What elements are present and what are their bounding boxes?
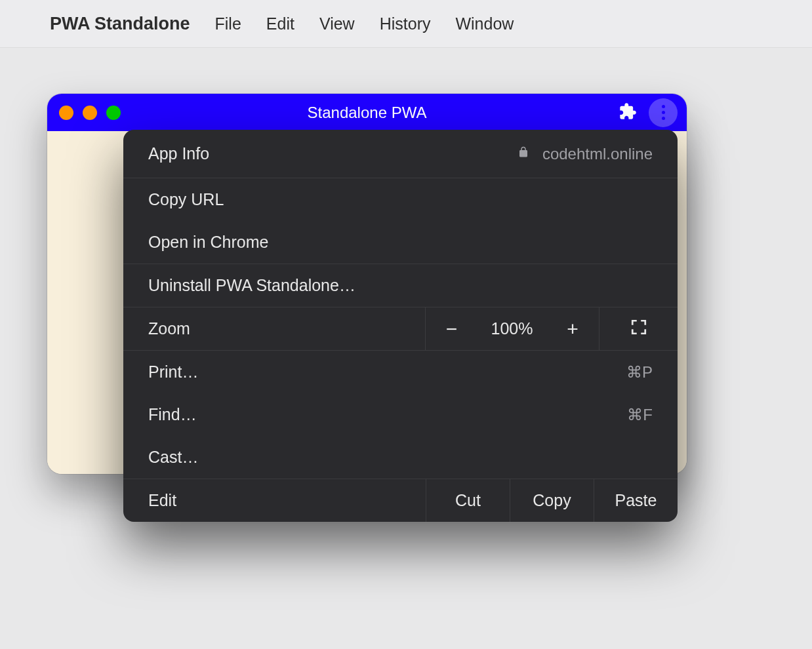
- zoom-label: Zoom: [148, 319, 190, 338]
- close-button[interactable]: [59, 106, 73, 120]
- menubar-item-edit[interactable]: Edit: [266, 14, 294, 33]
- menu-item-open-in-chrome[interactable]: Open in Chrome: [123, 221, 678, 264]
- menubar-item-view[interactable]: View: [319, 14, 355, 33]
- lock-icon: [518, 145, 529, 163]
- menubar-item-file[interactable]: File: [215, 14, 241, 33]
- menu-item-copy-url[interactable]: Copy URL: [123, 178, 678, 221]
- zoom-percent: 100%: [477, 307, 546, 350]
- window-titlebar: Standalone PWA: [47, 94, 687, 131]
- find-shortcut: ⌘F: [627, 406, 653, 424]
- menu-item-uninstall[interactable]: Uninstall PWA Standalone…: [123, 264, 678, 307]
- window-title: Standalone PWA: [308, 104, 427, 122]
- more-menu-button[interactable]: [649, 98, 678, 127]
- macos-menubar: PWA Standalone File Edit View History Wi…: [0, 0, 812, 48]
- menubar-item-window[interactable]: Window: [455, 14, 514, 33]
- fullscreen-button[interactable]: [599, 307, 678, 350]
- app-info-label: App Info: [148, 144, 209, 163]
- menubar-app-name[interactable]: PWA Standalone: [50, 14, 190, 34]
- kebab-icon: [662, 105, 665, 120]
- menu-row-zoom: Zoom − 100% +: [123, 307, 678, 351]
- menu-row-edit: Edit Cut Copy Paste: [123, 479, 678, 522]
- print-shortcut: ⌘P: [626, 363, 653, 382]
- menu-item-find[interactable]: Find… ⌘F: [123, 393, 678, 436]
- edit-label: Edit: [148, 491, 176, 510]
- extensions-icon[interactable]: [619, 102, 637, 123]
- app-menu-dropdown: App Info codehtml.online Copy URL Open i…: [123, 130, 678, 522]
- app-domain: codehtml.online: [542, 145, 653, 163]
- menu-item-print[interactable]: Print… ⌘P: [123, 351, 678, 393]
- menubar-item-history[interactable]: History: [380, 14, 431, 33]
- zoom-in-button[interactable]: +: [546, 307, 599, 350]
- copy-button[interactable]: Copy: [510, 479, 594, 522]
- maximize-button[interactable]: [106, 106, 121, 120]
- menu-item-cast[interactable]: Cast…: [123, 436, 678, 479]
- minimize-button[interactable]: [83, 106, 97, 120]
- paste-button[interactable]: Paste: [594, 479, 678, 522]
- menu-item-app-info[interactable]: App Info codehtml.online: [123, 130, 678, 178]
- fullscreen-icon: [630, 319, 647, 340]
- zoom-out-button[interactable]: −: [425, 307, 477, 350]
- traffic-lights: [59, 106, 121, 120]
- cut-button[interactable]: Cut: [426, 479, 510, 522]
